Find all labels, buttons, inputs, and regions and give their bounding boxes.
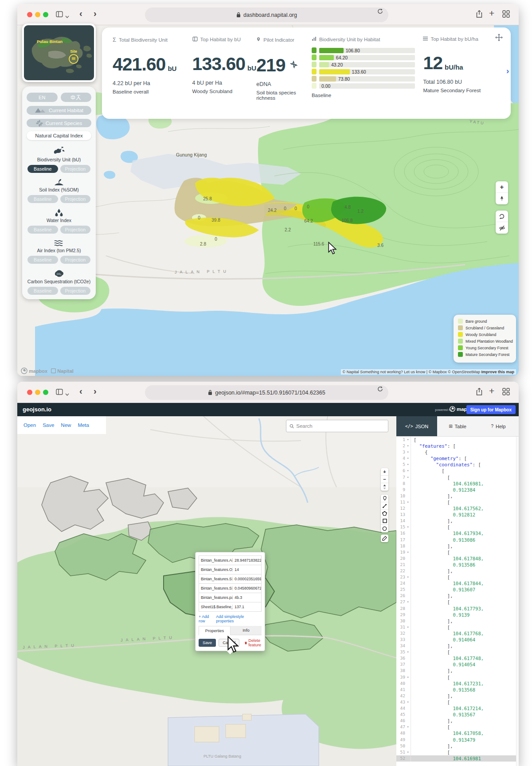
json-code-line[interactable]: 45 0.913567 — [396, 711, 519, 718]
fold-arrow-icon[interactable] — [405, 718, 411, 724]
property-row[interactable]: Bintan_features.SI 0.04580960672357088 — [199, 584, 261, 593]
scrollbar[interactable] — [516, 437, 519, 766]
property-key[interactable]: Sheet1$.Baseline_ — [199, 605, 233, 609]
fold-arrow-icon[interactable] — [405, 711, 411, 718]
json-code-line[interactable]: 48 104.617058, — [396, 730, 519, 736]
draw-marker-button[interactable] — [381, 495, 388, 502]
fold-arrow-icon[interactable] — [405, 562, 411, 568]
cancel-button[interactable]: Cancel — [219, 639, 239, 647]
close-window-button[interactable] — [27, 390, 32, 395]
json-code-line[interactable]: 24 104.617844, — [396, 580, 519, 586]
property-value[interactable]: 137.1 — [233, 605, 246, 609]
fold-arrow-icon[interactable]: ▾ — [405, 449, 411, 455]
json-code-line[interactable]: 16 104.617934, — [396, 530, 519, 536]
draw-polygon-button[interactable] — [381, 510, 388, 517]
property-value[interactable]: 4b.3 — [233, 595, 244, 600]
menu-link[interactable]: Save — [43, 422, 54, 428]
json-code-line[interactable]: 23 ▾ [ — [396, 574, 519, 580]
json-code-line[interactable]: 49 0.913479 — [396, 737, 519, 743]
forward-button[interactable]: › — [94, 386, 97, 396]
json-code-line[interactable]: 17 0.913086 — [396, 537, 519, 543]
fold-arrow-icon[interactable]: ▾ — [405, 624, 411, 630]
url-bar[interactable]: dashboard.napital.org — [145, 8, 388, 22]
language-button-en[interactable]: EN — [27, 93, 58, 102]
new-tab-icon[interactable]: + — [489, 386, 494, 396]
add-simplestyle-link[interactable]: Add simplestyle properties — [216, 614, 262, 623]
delete-feature-button[interactable]: Delete feature — [245, 638, 263, 647]
json-code-line[interactable]: 40 104.617231, — [396, 680, 519, 687]
json-code-line[interactable]: 6 ▾ [ — [396, 468, 519, 474]
fold-arrow-icon[interactable] — [405, 606, 411, 612]
fold-arrow-icon[interactable] — [405, 630, 411, 637]
chevron-down-icon[interactable] — [65, 12, 69, 20]
sync-button[interactable] — [496, 211, 508, 222]
carbon-baseline-button[interactable]: Baseline — [27, 287, 58, 295]
biodiversity-baseline-button[interactable]: Baseline — [27, 165, 58, 173]
json-code-line[interactable]: 7 ▾ [ — [396, 474, 519, 481]
fold-arrow-icon[interactable]: ▾ — [405, 499, 411, 505]
back-button[interactable]: ‹ — [79, 386, 82, 396]
sidebar-toggle-icon[interactable] — [55, 10, 63, 20]
fold-arrow-icon[interactable]: ▾ — [405, 699, 411, 705]
json-code-line[interactable]: 10 ], — [396, 493, 519, 499]
tab-json[interactable]: </>JSON — [396, 416, 437, 436]
water-baseline-button[interactable]: Baseline — [27, 226, 58, 234]
fold-arrow-icon[interactable] — [405, 568, 411, 574]
soil-projection-button[interactable]: Projection — [60, 195, 91, 203]
property-value[interactable]: 0.04580960672357088 — [233, 586, 261, 590]
json-code-line[interactable]: 52 104.616981 — [396, 755, 519, 762]
property-row[interactable]: Bintan_features.Ai 28.9487183822 — [199, 556, 261, 565]
draw-line-button[interactable] — [381, 502, 388, 510]
fold-arrow-icon[interactable]: ▾ — [405, 549, 411, 555]
zoom-window-button[interactable] — [43, 12, 48, 17]
json-code-line[interactable]: 20 104.617848, — [396, 555, 519, 562]
json-code-line[interactable]: 30 ], — [396, 618, 519, 624]
json-code-line[interactable]: 27 ▾ [ — [396, 599, 519, 605]
fold-arrow-icon[interactable]: ▾ — [405, 468, 411, 474]
property-row[interactable]: Bintan_features.pa 4b.3 — [199, 593, 261, 602]
json-code-line[interactable]: 1 ▾ [ — [396, 437, 519, 443]
json-code-line[interactable]: 22 ], — [396, 568, 519, 574]
json-code-line[interactable]: 3 ▾ { — [396, 449, 519, 455]
share-icon[interactable] — [476, 388, 483, 398]
sidebar-toggle-icon[interactable] — [55, 388, 63, 398]
json-code-line[interactable]: 36 104.617748, — [396, 655, 519, 661]
fold-arrow-icon[interactable] — [405, 655, 411, 661]
json-code-line[interactable]: 26 ], — [396, 593, 519, 599]
fold-arrow-icon[interactable] — [405, 512, 411, 518]
fold-arrow-icon[interactable]: ▾ — [405, 437, 411, 443]
json-code-line[interactable]: 18 ], — [396, 543, 519, 549]
tab-overview-icon[interactable] — [502, 10, 510, 20]
json-code-line[interactable]: 51 ▾ [ — [396, 749, 519, 755]
fold-arrow-icon[interactable]: ▾ — [405, 455, 411, 461]
tab-overview-icon[interactable] — [502, 388, 510, 397]
json-code-line[interactable]: 33 0.914064 — [396, 637, 519, 643]
json-code-line[interactable]: 8 104.616981, — [396, 481, 519, 487]
carbon-projection-button[interactable]: Projection — [60, 287, 91, 295]
fold-arrow-icon[interactable] — [405, 505, 411, 512]
forward-button[interactable]: › — [94, 8, 97, 19]
property-key[interactable]: Bintan_features.O — [199, 567, 233, 572]
tab-help[interactable]: ?Help — [478, 416, 519, 436]
current-habitat-button[interactable]: Current Habitat — [27, 106, 91, 115]
close-window-button[interactable] — [27, 12, 32, 17]
fold-arrow-icon[interactable] — [405, 530, 411, 536]
soil-baseline-button[interactable]: Baseline — [27, 195, 58, 203]
fold-arrow-icon[interactable] — [405, 668, 411, 674]
natural-capital-index-button[interactable]: Natural Capital Index — [27, 131, 91, 140]
move-panel-icon[interactable] — [495, 34, 503, 43]
add-row-link[interactable]: + Add row — [199, 614, 216, 623]
share-icon[interactable] — [476, 10, 483, 20]
json-code-line[interactable]: 29 0.9139 — [396, 612, 519, 618]
site-minimap[interactable]: Pulau Bintan Site — [22, 23, 96, 82]
json-editor[interactable]: 1 ▾ [ 2 ▾ "features": [ 3 — [396, 437, 519, 766]
fold-arrow-icon[interactable] — [405, 537, 411, 543]
json-code-line[interactable]: 13 0.912812 — [396, 512, 519, 518]
pitch-button[interactable] — [381, 483, 388, 491]
fold-arrow-icon[interactable]: ▾ — [405, 443, 411, 449]
zoom-out-button[interactable]: − — [381, 476, 388, 483]
property-value[interactable]: 28.9487183822 — [233, 558, 261, 563]
fold-arrow-icon[interactable] — [405, 743, 411, 749]
fold-arrow-icon[interactable] — [405, 580, 411, 586]
stats-scroll-arrow[interactable]: › — [506, 66, 509, 76]
